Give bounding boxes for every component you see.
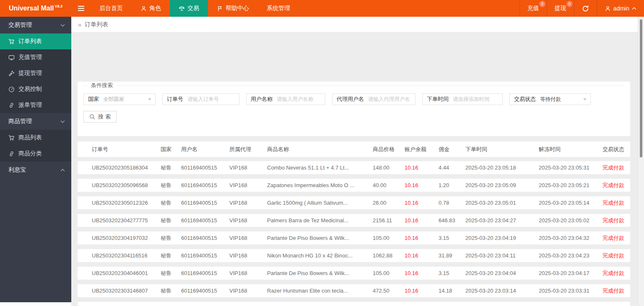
cell-status: 完成付款: [602, 199, 630, 207]
table-row: UB2503202303146807 秘鲁 601169400515 VIP16…: [78, 284, 630, 297]
user-menu[interactable]: admin: [597, 0, 644, 17]
cell-balance: 10.16: [405, 288, 439, 294]
cell-status: 完成付款: [602, 164, 630, 172]
app-logo: Universal MallV8.3: [0, 0, 71, 17]
refresh-button[interactable]: [574, 0, 597, 17]
top-menu-item[interactable]: 后台首页: [91, 0, 132, 17]
hamburger-menu-icon[interactable]: [71, 0, 91, 17]
cell-commission: 14.18: [439, 288, 465, 294]
sidebar-item[interactable]: 订单列表: [0, 33, 71, 49]
top-menu-item-label: 交易: [187, 5, 199, 12]
cell-agent: VIP168: [229, 165, 267, 171]
cell-commission: 31.89: [439, 252, 465, 259]
cell-username: 601169400515: [181, 217, 229, 224]
search-text-input[interactable]: [368, 96, 415, 102]
sidebar-item[interactable]: 派单管理: [0, 97, 71, 113]
sidebar-item[interactable]: 提现管理: [0, 65, 71, 81]
cell-price: 105.00: [373, 270, 405, 276]
top-menu-item-label: 帮助中心: [226, 5, 249, 12]
cell-order-time: 2025-03-20 23:03:14: [465, 288, 539, 294]
cell-product: Nikon Monarch HG 10 x 42 Binoc...: [267, 252, 373, 259]
top-menu-item[interactable]: 系统管理: [258, 0, 299, 17]
withdraw-label: 提现: [555, 5, 566, 12]
top-menu: 后台首页 角色 交易 帮助中心: [91, 0, 299, 17]
search-select[interactable]: 全部国家: [103, 96, 155, 103]
cell-unfreeze-time: 2025-03-20 23:04:23: [539, 252, 602, 259]
cell-price: 148.00: [373, 165, 405, 171]
cell-unfreeze-time: 2025-03-20 23:04:32: [539, 235, 602, 241]
cell-order-no: UB2503202305186304: [92, 165, 161, 171]
cell-order-time: 2025-03-20 23:04:04: [465, 270, 539, 276]
sidebar-item[interactable]: 商品管理: [0, 113, 71, 130]
sidebar-item[interactable]: 利息宝: [0, 162, 71, 178]
recharge-badge: 0: [539, 1, 545, 7]
table-row: UB2503202305186304 秘鲁 601169400515 VIP16…: [78, 161, 630, 174]
cell-order-time: 2025-03-20 23:04:19: [465, 235, 539, 241]
search-field: 下单时间: [422, 93, 503, 105]
sidebar-item-label: 提现管理: [18, 69, 42, 77]
cell-order-no: UB2503202304046001: [92, 270, 161, 276]
cell-agent: VIP168: [229, 252, 267, 259]
search-field-label: 交易状态: [510, 95, 540, 103]
refresh-icon: [582, 5, 589, 12]
vertical-scrollbar[interactable]: [638, 17, 644, 306]
person-icon: [140, 5, 147, 12]
search-text-input[interactable]: [277, 96, 325, 102]
search-field: 国家 全部国家: [83, 93, 156, 105]
top-menu-item[interactable]: 帮助中心: [208, 0, 258, 17]
monitor-icon: [8, 54, 15, 61]
table-row: UB2503202304197032 秘鲁 601169400515 VIP16…: [78, 231, 630, 244]
cell-unfreeze-time: 2025-03-20 23:05:14: [539, 200, 602, 206]
table-header-cell: 所属代理: [229, 146, 267, 153]
withdraw-badge: 0: [566, 1, 573, 7]
table-row: UB2503202305012326 秘鲁 601169400515 VIP16…: [78, 196, 630, 209]
top-menu-item[interactable]: 交易: [170, 0, 208, 17]
scrollbar-thumb[interactable]: [640, 19, 642, 157]
user-name: admin: [613, 5, 629, 12]
cell-order-time: 2025-03-20 23:05:01: [465, 200, 539, 206]
table-row: UB2503202304116516 秘鲁 601169400515 VIP16…: [78, 249, 630, 262]
table-header-cell: 商品价格: [373, 146, 405, 153]
cell-username: 601169400515: [181, 165, 229, 171]
search-field: 订单号: [162, 93, 239, 105]
sidebar-item[interactable]: 交易控制: [0, 81, 71, 97]
top-menu-item-label: 角色: [149, 5, 161, 12]
cell-product: Parlante De Piso Bowers & Wilk...: [267, 235, 373, 241]
search-select[interactable]: 等待付款: [540, 96, 590, 103]
cell-order-no: UB2503202303146807: [92, 288, 161, 294]
table-row: UB2503202304046001 秘鲁 601169400515 VIP16…: [78, 267, 630, 280]
sidebar-item[interactable]: 商品分类: [0, 146, 71, 162]
scales-icon: [179, 5, 185, 12]
caret-down-icon: [583, 98, 587, 100]
table-header-cell: 佣金: [439, 146, 465, 153]
recharge-button[interactable]: 充值 0: [519, 0, 547, 17]
search-field: 交易状态 等待付款: [509, 93, 591, 105]
cell-order-no: UB2503202304197032: [92, 235, 161, 241]
sidebar-item[interactable]: 交易管理: [0, 17, 71, 33]
search-button[interactable]: 搜索: [83, 111, 117, 123]
top-menu-item[interactable]: 角色: [132, 0, 170, 17]
cell-commission: 3.15: [439, 235, 465, 241]
link-icon: [8, 102, 15, 108]
cell-order-no: UB2503202304277775: [92, 217, 161, 224]
table-header-cell: 解冻时间: [539, 146, 602, 153]
app-version: V8.3: [55, 4, 63, 8]
cell-balance: 10.16: [405, 165, 439, 171]
cell-price: 2156.11: [373, 217, 405, 224]
cell-username: 601169400515: [181, 182, 229, 188]
withdraw-button[interactable]: 提现 0: [547, 0, 574, 17]
sidebar-item-label: 交易管理: [8, 21, 32, 29]
cell-status: 完成付款: [602, 234, 630, 242]
sidebar-item[interactable]: 充值管理: [0, 49, 71, 65]
table-header: 订单号 国家 用户名 所属代理 商品名称 商品价格 账户余额 佣金 下单时间: [78, 141, 630, 157]
cell-agent: VIP168: [229, 200, 267, 206]
sidebar-item-label: 商品分类: [18, 150, 42, 157]
cell-product: Parlante De Piso Bowers & Wilk...: [267, 270, 373, 276]
cell-price: 105.00: [373, 235, 405, 241]
search-text-input[interactable]: [187, 96, 239, 102]
cell-price: 472.50: [373, 288, 405, 294]
topbar: Universal MallV8.3 后台首页 角色 交易: [0, 0, 644, 17]
sidebar-item[interactable]: 商品列表: [0, 130, 71, 146]
search-text-input[interactable]: [453, 96, 502, 102]
flag-icon: [217, 5, 223, 12]
